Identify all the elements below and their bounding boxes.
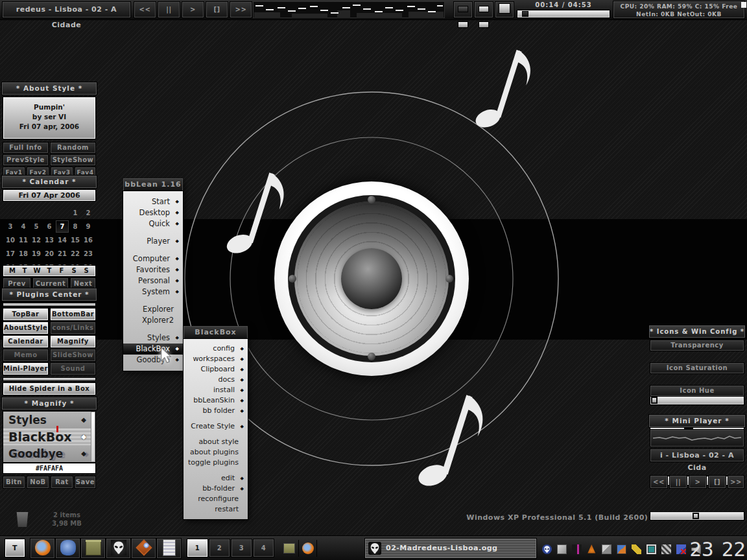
launcher-folder[interactable]	[81, 539, 105, 558]
launcher-eye[interactable]	[132, 539, 156, 558]
media-bar-icon[interactable]	[572, 544, 582, 554]
plugin-calendar-button[interactable]: Calendar	[3, 336, 48, 347]
calendar-prev-button[interactable]: Prev	[3, 278, 30, 289]
plugin-topbar-button[interactable]: TopBar	[3, 309, 48, 320]
fox-icon[interactable]	[587, 544, 597, 554]
plugin-memo-button[interactable]: Memo	[3, 349, 48, 361]
folders-icon[interactable]	[602, 544, 611, 554]
launcher-alien[interactable]	[106, 539, 130, 558]
plugin-slideshow-button[interactable]: SlideShow	[51, 349, 95, 361]
magnify-scrollbar[interactable]	[91, 412, 95, 462]
full-info-button[interactable]: Full Info	[3, 143, 48, 153]
icon-saturation-slider[interactable]	[650, 396, 744, 404]
mini-next-button[interactable]: >>	[728, 476, 744, 488]
menu-item-explorer[interactable]: Explorer	[123, 304, 183, 315]
plugin-iconslinks-button[interactable]: cons/Links	[51, 322, 95, 334]
play-button[interactable]: >	[182, 2, 204, 18]
menu-item-goodbye[interactable]: Goodbye◆	[123, 355, 183, 366]
next-track-button[interactable]: >>	[230, 2, 252, 18]
launcher-emule[interactable]	[56, 539, 80, 558]
about-style-header[interactable]: * About Style *	[2, 82, 97, 95]
magnify-save-button[interactable]: Save	[75, 476, 95, 488]
submenu-item-config[interactable]: config◆	[184, 344, 248, 354]
calendar-header[interactable]: * Calendar *	[2, 176, 97, 188]
magnify-rat-button[interactable]: Rat	[51, 476, 73, 488]
submenu-item-install[interactable]: install◆	[184, 385, 248, 395]
submenu-item-docs[interactable]: docs◆	[184, 375, 248, 385]
style-show-button[interactable]: StyleShow	[51, 155, 95, 165]
submenu-item-toggle-plugins[interactable]: toggle plugins	[184, 458, 248, 468]
menu-item-blackbox[interactable]: BlackBox◆	[123, 344, 183, 355]
calendar-selected-day[interactable]: 7	[56, 220, 69, 233]
shade-toggle-button[interactable]	[454, 2, 472, 18]
menu-item-favorites[interactable]: Favorites◆	[123, 264, 183, 275]
active-task-button[interactable]: 02-Madredeus-Lisboa.ogg	[365, 539, 536, 558]
submenu-item-create-style[interactable]: Create Style◆	[184, 421, 248, 432]
hide-spider-button[interactable]: Hide Spider in a Box	[3, 383, 95, 395]
menu-item-xplorer2[interactable]: Xplorer2	[123, 315, 183, 326]
magnify-header[interactable]: * Magnify *	[2, 397, 97, 410]
submenu-item-bb-folder2[interactable]: bb-folder◆	[184, 484, 248, 494]
stop-button[interactable]: []	[206, 2, 228, 18]
prev-style-button[interactable]: PrevStyle	[3, 155, 48, 165]
keyboard-icon[interactable]	[557, 544, 567, 554]
menu-item-computer[interactable]: Computer◆	[123, 253, 183, 264]
workspace-4-button[interactable]: 4	[254, 539, 274, 557]
pause-button[interactable]: ||	[158, 2, 180, 18]
magnify-bitn-button[interactable]: Bitn	[3, 476, 25, 488]
menu-item-player[interactable]: Player◆	[123, 236, 183, 247]
menu-item-start[interactable]: Start◆	[123, 196, 183, 207]
random-button[interactable]: Random	[51, 143, 95, 153]
menu-item-quick[interactable]: Quick◆	[123, 218, 183, 229]
mini-player-header[interactable]: * Mini Player *	[649, 415, 745, 427]
submenu-item-clipboard[interactable]: Clipboard◆	[184, 364, 248, 375]
split-toggle-button[interactable]	[475, 2, 493, 18]
task-xplorer2[interactable]	[281, 540, 299, 557]
volume-slider[interactable]	[650, 512, 744, 520]
task-firefox[interactable]	[300, 540, 317, 557]
prev-track-button[interactable]: <<	[134, 2, 156, 18]
menu-item-styles[interactable]: Styles◆	[123, 332, 183, 344]
pencil-icon[interactable]	[632, 544, 641, 554]
submenu-item-reconfigure[interactable]: reconfigure	[184, 494, 248, 504]
workspace-1-button[interactable]: 1	[187, 539, 208, 557]
submenu-item-workspaces[interactable]: workspaces◆	[184, 354, 248, 364]
song-title-button[interactable]: redeus - Lisboa - 02 - A Cidade	[3, 2, 130, 18]
workspace-3-button[interactable]: 3	[231, 539, 252, 557]
alien-head-icon[interactable]	[542, 544, 552, 554]
plugin-bottombar-button[interactable]: BottomBar	[51, 309, 95, 320]
plugin-miniplayer-button[interactable]: Mini-Player	[3, 363, 48, 375]
menu-item-desktop[interactable]: Desktop◆	[123, 207, 183, 218]
calendar-next-button[interactable]: Next	[71, 278, 95, 289]
launcher-firefox[interactable]	[30, 539, 54, 558]
calendar-current-button[interactable]: Current	[33, 278, 68, 289]
plugin-aboutstyle-button[interactable]: AboutStyle	[3, 322, 48, 334]
sync-icon[interactable]	[617, 544, 626, 554]
mini-play-button[interactable]: >	[689, 476, 706, 488]
submenu-item-bbleanskin[interactable]: bbLeanSkin◆	[184, 395, 248, 406]
checker-icon[interactable]	[661, 544, 671, 554]
mini-pause-button[interactable]: ||	[670, 476, 687, 488]
icon-saturation-thumb[interactable]	[651, 397, 658, 404]
submenu-item-about-style[interactable]: about style	[184, 437, 248, 447]
plugins-center-header[interactable]: * Plugins Center *	[2, 288, 97, 301]
workspace-2-button[interactable]: 2	[209, 539, 230, 557]
seek-thumb[interactable]	[522, 11, 528, 17]
plugin-sound-button[interactable]: Sound	[51, 363, 95, 375]
magnify-nob-button[interactable]: NoB	[27, 476, 49, 488]
volume-thumb[interactable]	[693, 513, 699, 519]
seek-bar[interactable]	[517, 10, 610, 18]
launcher-document[interactable]	[157, 539, 181, 558]
submenu-item-about-plugins[interactable]: about plugins	[184, 447, 248, 458]
submenu-item-edit[interactable]: edit◆	[184, 473, 248, 484]
mini-stop-button[interactable]: []	[709, 476, 726, 488]
submenu-item-restart[interactable]: restart	[184, 504, 248, 515]
t-menu-button[interactable]: T	[5, 539, 25, 557]
plugin-magnify-button[interactable]: Magnify	[51, 336, 95, 347]
menu-item-personal[interactable]: Personal◆	[123, 275, 183, 286]
display-icon[interactable]	[646, 544, 656, 554]
submenu-item-bb-folder[interactable]: bb folder◆	[184, 406, 248, 416]
maximize-toggle-button[interactable]	[495, 2, 514, 18]
icons-win-config-header[interactable]: * Icons & Win Config *	[649, 325, 745, 338]
mini-prev-button[interactable]: <<	[650, 476, 667, 488]
